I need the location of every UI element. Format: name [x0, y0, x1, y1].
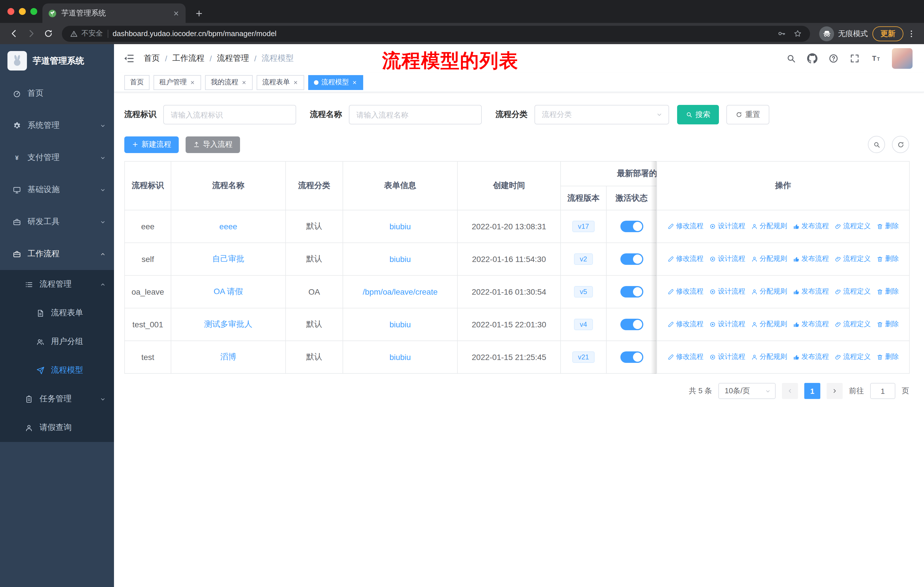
model-name-link[interactable]: eeee	[219, 222, 237, 231]
action-modify-button[interactable]: 修改流程	[667, 254, 703, 264]
import-process-button[interactable]: 导入流程	[186, 136, 240, 153]
reset-button[interactable]: 重置	[726, 105, 769, 124]
update-button[interactable]: 更新	[873, 26, 903, 41]
close-icon[interactable]	[293, 79, 299, 85]
new-tab-button[interactable]	[191, 6, 206, 21]
prev-page-button[interactable]	[782, 383, 798, 399]
action-modify-button[interactable]: 修改流程	[667, 319, 703, 329]
action-modify-button[interactable]: 修改流程	[667, 352, 703, 362]
address-bar[interactable]: 不安全 dashboard.yudao.iocoder.cn/bpm/manag…	[62, 25, 810, 41]
browser-menu-button[interactable]	[904, 26, 918, 40]
action-definition-button[interactable]: 流程定义	[835, 287, 871, 297]
sidebar-item-workflow[interactable]: 工作流程	[0, 238, 114, 270]
fullscreen-icon[interactable]	[850, 53, 860, 64]
close-icon[interactable]	[241, 79, 247, 85]
back-button[interactable]	[6, 25, 22, 41]
action-definition-button[interactable]: 流程定义	[835, 352, 871, 362]
process-name-input[interactable]	[349, 105, 482, 124]
model-name-link[interactable]: 自己审批	[212, 254, 244, 263]
action-definition-button[interactable]: 流程定义	[835, 254, 871, 264]
form-info-link[interactable]: biubiu	[389, 320, 411, 329]
action-modify-button[interactable]: 修改流程	[667, 222, 703, 231]
action-design-button[interactable]: 设计流程	[709, 352, 745, 362]
sidebar-item-leave-query[interactable]: 请假查询	[0, 413, 114, 442]
action-delete-button[interactable]: 删除	[876, 352, 899, 362]
active-switch[interactable]	[620, 253, 643, 265]
breadcrumb-item[interactable]: 工作流程	[172, 53, 205, 64]
action-assign-button[interactable]: 分配规则	[751, 352, 787, 362]
tab-close-icon[interactable]	[172, 10, 180, 17]
next-page-button[interactable]	[827, 383, 843, 399]
active-switch[interactable]	[620, 351, 643, 363]
font-size-icon[interactable]	[871, 53, 881, 64]
sidebar-item-process-model[interactable]: 流程模型	[0, 356, 114, 385]
search-icon[interactable]	[786, 53, 796, 64]
window-maximize-button[interactable]	[30, 8, 37, 15]
view-tab-我的流程[interactable]: 我的流程	[205, 75, 252, 90]
view-tab-流程表单[interactable]: 流程表单	[257, 75, 304, 90]
action-design-button[interactable]: 设计流程	[709, 319, 745, 329]
security-status[interactable]: 不安全	[70, 29, 103, 38]
action-publish-button[interactable]: 发布流程	[793, 254, 829, 264]
action-delete-button[interactable]: 删除	[876, 319, 899, 329]
action-assign-button[interactable]: 分配规则	[751, 319, 787, 329]
form-info-link[interactable]: biubiu	[389, 222, 411, 231]
breadcrumb-item[interactable]: 流程管理	[217, 53, 249, 64]
browser-tab[interactable]: 芋道管理系统	[42, 3, 186, 23]
close-icon[interactable]	[190, 79, 195, 85]
sidebar-item-infra[interactable]: 基础设施	[0, 174, 114, 206]
form-info-link[interactable]: biubiu	[389, 255, 411, 264]
sidebar-item-devtools[interactable]: 研发工具	[0, 206, 114, 238]
app-logo[interactable]: 芋道管理系统	[0, 44, 114, 78]
create-process-button[interactable]: 新建流程	[124, 136, 179, 153]
process-key-input[interactable]	[163, 105, 296, 124]
reload-button[interactable]	[40, 25, 56, 41]
form-info-link[interactable]: biubiu	[389, 352, 411, 362]
action-definition-button[interactable]: 流程定义	[835, 222, 871, 231]
active-switch[interactable]	[620, 221, 643, 232]
action-definition-button[interactable]: 流程定义	[835, 319, 871, 329]
github-icon[interactable]	[807, 53, 817, 64]
model-name-link[interactable]: 测试多审批人	[204, 319, 252, 329]
sidebar-item-pay[interactable]: 支付管理	[0, 142, 114, 174]
action-delete-button[interactable]: 删除	[876, 222, 899, 231]
active-switch[interactable]	[620, 319, 643, 330]
form-info-link[interactable]: /bpm/oa/leave/create	[363, 287, 438, 296]
avatar[interactable]	[892, 48, 912, 69]
refresh-table-button[interactable]	[892, 136, 909, 153]
forward-button[interactable]	[23, 25, 39, 41]
bookmark-star-icon[interactable]	[794, 29, 802, 38]
action-design-button[interactable]: 设计流程	[709, 287, 745, 297]
sidebar-item-home[interactable]: 首页	[0, 78, 114, 109]
sidebar-item-system[interactable]: 系统管理	[0, 109, 114, 142]
show-search-button[interactable]	[868, 136, 885, 153]
search-button[interactable]: 搜索	[677, 105, 719, 124]
breadcrumb-item[interactable]: 首页	[144, 53, 160, 64]
close-icon[interactable]	[352, 79, 358, 85]
view-tab-租户管理[interactable]: 租户管理	[153, 75, 201, 90]
model-name-link[interactable]: 滔博	[220, 352, 236, 361]
action-modify-button[interactable]: 修改流程	[667, 287, 703, 297]
action-publish-button[interactable]: 发布流程	[793, 352, 829, 362]
action-publish-button[interactable]: 发布流程	[793, 319, 829, 329]
page-size-select[interactable]: 10条/页	[718, 383, 776, 399]
hamburger-icon[interactable]	[123, 53, 135, 64]
action-publish-button[interactable]: 发布流程	[793, 222, 829, 231]
active-switch[interactable]	[620, 286, 643, 298]
sidebar-item-task-mgmt[interactable]: 任务管理	[0, 385, 114, 413]
action-assign-button[interactable]: 分配规则	[751, 222, 787, 231]
password-key-icon[interactable]	[777, 29, 786, 38]
window-minimize-button[interactable]	[19, 8, 26, 15]
goto-page-input[interactable]	[870, 383, 895, 399]
view-tab-首页[interactable]: 首页	[124, 75, 150, 90]
sidebar-item-process-mgmt[interactable]: 流程管理	[0, 270, 114, 299]
action-design-button[interactable]: 设计流程	[709, 222, 745, 231]
action-delete-button[interactable]: 删除	[876, 254, 899, 264]
action-assign-button[interactable]: 分配规则	[751, 287, 787, 297]
window-close-button[interactable]	[7, 8, 14, 15]
action-assign-button[interactable]: 分配规则	[751, 254, 787, 264]
model-name-link[interactable]: OA 请假	[214, 287, 243, 296]
current-page-button[interactable]: 1	[804, 383, 820, 399]
action-publish-button[interactable]: 发布流程	[793, 287, 829, 297]
sidebar-item-user-group[interactable]: 用户分组	[0, 327, 114, 356]
